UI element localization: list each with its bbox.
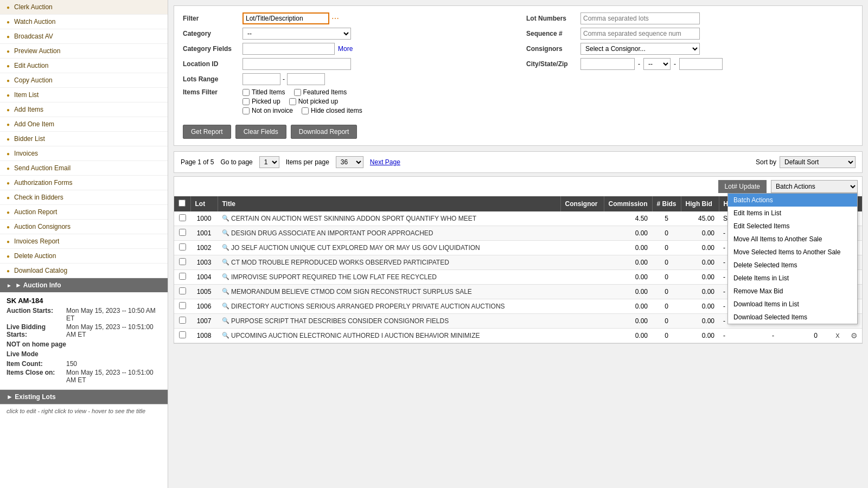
check-picked-up-item[interactable]: Picked up bbox=[242, 98, 280, 105]
check-hide-closed-item[interactable]: Hide closed items bbox=[302, 107, 362, 114]
bullet-icon: ● bbox=[7, 253, 10, 259]
category-fields-input[interactable] bbox=[242, 43, 335, 55]
dropdown-item-delete-items-in-list[interactable]: Delete Items in List bbox=[728, 272, 857, 285]
title-text: UPCOMING AUCTION ELECTRONIC AUTHORED I A… bbox=[231, 332, 480, 339]
search-icon[interactable]: 🔍 bbox=[222, 273, 229, 280]
sidebar-item-copy-auction[interactable]: ●Copy Auction bbox=[0, 73, 168, 88]
dropdown-item-remove-max-bid[interactable]: Remove Max Bid bbox=[728, 285, 857, 298]
check-featured-item[interactable]: Featured Items bbox=[294, 88, 347, 96]
check-not-picked-up-item[interactable]: Not picked up bbox=[289, 98, 338, 105]
search-icon[interactable]: 🔍 bbox=[222, 229, 229, 236]
bids-cell: 0 bbox=[652, 226, 681, 241]
sidebar-item-add-one-item[interactable]: ●Add One Item bbox=[0, 117, 168, 132]
city-input[interactable] bbox=[580, 58, 635, 70]
sequence-input[interactable] bbox=[580, 28, 700, 40]
sidebar-item-invoices-report[interactable]: ●Invoices Report bbox=[0, 234, 168, 249]
lot-number: 1006 bbox=[190, 299, 218, 314]
location-id-input[interactable] bbox=[242, 58, 351, 70]
dropdown-item-edit-selected-items[interactable]: Edit Selected Items bbox=[728, 220, 857, 233]
sort-by-select[interactable]: Default Sort bbox=[780, 156, 856, 168]
sidebar-section-auction-info[interactable]: ► ► Auction Info bbox=[0, 278, 168, 292]
title-text: CT MOD TROUBLE REPRODUCED WORKS OBSERVED… bbox=[231, 259, 449, 266]
row-checkbox[interactable] bbox=[179, 258, 186, 265]
next-page-link[interactable]: Next Page bbox=[370, 158, 400, 166]
sidebar-item-edit-auction[interactable]: ●Edit Auction bbox=[0, 59, 168, 73]
lot-number: 1007 bbox=[190, 314, 218, 329]
download-report-button[interactable]: Download Report bbox=[291, 125, 358, 139]
sidebar-item-watch-auction[interactable]: ●Watch Auction bbox=[0, 15, 168, 29]
row-checkbox[interactable] bbox=[179, 243, 186, 251]
clear-fields-button[interactable]: Clear Fields bbox=[235, 125, 286, 139]
sidebar-item-invoices[interactable]: ●Invoices bbox=[0, 146, 168, 161]
check-not-picked-up[interactable] bbox=[289, 98, 296, 105]
check-titled-item[interactable]: Titled Items bbox=[242, 88, 285, 96]
batch-actions-select[interactable]: Batch Actions bbox=[771, 180, 858, 193]
category-select[interactable]: -- bbox=[242, 28, 351, 40]
sidebar-item-label: Download Catalog bbox=[14, 267, 67, 274]
search-icon[interactable]: 🔍 bbox=[222, 332, 229, 339]
row-checkbox[interactable] bbox=[179, 229, 186, 236]
sidebar-item-delete-auction[interactable]: ●Delete Auction bbox=[0, 249, 168, 264]
lot-number: 1001 bbox=[190, 226, 218, 241]
search-icon[interactable]: 🔍 bbox=[222, 244, 229, 251]
select-all-checkbox[interactable] bbox=[178, 200, 186, 207]
dropdown-item-move-selected-items-to-another-sale[interactable]: Move Selected Items to Another Sale bbox=[728, 246, 857, 259]
search-icon[interactable]: 🔍 bbox=[222, 259, 229, 266]
lot-numbers-input[interactable] bbox=[580, 12, 700, 24]
check-not-on-invoice[interactable] bbox=[242, 107, 250, 114]
sidebar-item-broadcast-av[interactable]: ●Broadcast AV bbox=[0, 29, 168, 44]
sidebar-section-existing-lots[interactable]: ► Existing Lots bbox=[0, 390, 168, 404]
filter-input[interactable] bbox=[242, 12, 329, 24]
more-link[interactable]: More bbox=[338, 45, 353, 53]
check-not-on-invoice-item[interactable]: Not on invoice bbox=[242, 107, 293, 114]
dropdown-item-batch-actions[interactable]: Batch Actions bbox=[728, 194, 857, 207]
get-report-button[interactable]: Get Report bbox=[183, 125, 231, 139]
search-icon[interactable]: 🔍 bbox=[222, 215, 229, 222]
row-checkbox[interactable] bbox=[179, 273, 186, 280]
row-checkbox[interactable] bbox=[179, 317, 186, 324]
search-icon[interactable]: 🔍 bbox=[222, 288, 229, 295]
sidebar-item-send-auction-email[interactable]: ●Send Auction Email bbox=[0, 161, 168, 176]
check-titled[interactable] bbox=[242, 89, 250, 96]
consignors-select[interactable]: Select a Consignor... bbox=[580, 43, 700, 55]
search-icon[interactable]: 🔍 bbox=[222, 317, 229, 324]
sidebar-item-authorization-forms[interactable]: ●Authorization Forms bbox=[0, 176, 168, 190]
check-hide-closed[interactable] bbox=[302, 107, 309, 114]
check-featured[interactable] bbox=[294, 89, 301, 96]
sidebar-item-preview-auction[interactable]: ●Preview Auction bbox=[0, 44, 168, 59]
dropdown-item-download-items-in-list[interactable]: Download Items in List bbox=[728, 298, 857, 311]
sidebar-item-download-catalog[interactable]: ●Download Catalog bbox=[0, 264, 168, 278]
item-count-val: 150 bbox=[66, 360, 77, 368]
item-title: 🔍 PURPOSE SCRIPT THAT DESCRIBES CONSIDER… bbox=[218, 314, 560, 329]
lot-numbers-label: Lot Numbers bbox=[526, 15, 580, 22]
lot-update-button[interactable]: Lot# Update bbox=[718, 180, 767, 193]
gear-icon[interactable]: ⚙ bbox=[851, 331, 858, 340]
zip-input[interactable] bbox=[679, 58, 723, 70]
sidebar-item-add-items[interactable]: ●Add Items bbox=[0, 102, 168, 117]
sidebar-item-clerk-auction[interactable]: ●Clerk Auction bbox=[0, 0, 168, 15]
row-checkbox[interactable] bbox=[179, 287, 186, 294]
search-icon[interactable]: 🔍 bbox=[222, 303, 229, 310]
dropdown-item-download-selected-items[interactable]: Download Selected Items bbox=[728, 311, 857, 324]
filter-options-icon[interactable]: ⋯ bbox=[331, 14, 339, 23]
sidebar-item-auction-report[interactable]: ●Auction Report bbox=[0, 205, 168, 220]
sidebar-item-bidder-list[interactable]: ●Bidder List bbox=[0, 132, 168, 146]
dropdown-item-delete-selected-items[interactable]: Delete Selected Items bbox=[728, 259, 857, 272]
bids-cell: 0 bbox=[652, 241, 681, 255]
sidebar-item-item-list[interactable]: ●Item List bbox=[0, 88, 168, 102]
check-picked-up[interactable] bbox=[242, 98, 250, 105]
check-picked-up-label: Picked up bbox=[252, 98, 280, 105]
lots-range-to[interactable] bbox=[287, 73, 325, 85]
sidebar-item-auction-consignors[interactable]: ●Auction Consignors bbox=[0, 220, 168, 234]
page-info: Page 1 of 5 bbox=[181, 158, 214, 166]
row-checkbox[interactable] bbox=[179, 302, 186, 309]
dropdown-item-move-all-items-to-another-sale[interactable]: Move All Items to Another Sale bbox=[728, 233, 857, 246]
row-checkbox[interactable] bbox=[179, 331, 186, 338]
lots-range-from[interactable] bbox=[242, 73, 280, 85]
items-per-page-select[interactable]: 3650100 bbox=[336, 156, 363, 168]
dropdown-item-edit-items-in-list[interactable]: Edit Items in List bbox=[728, 207, 857, 220]
state-select[interactable]: -- bbox=[643, 58, 671, 70]
sidebar-item-check-in-bidders[interactable]: ●Check in Bidders bbox=[0, 190, 168, 205]
go-to-page-select[interactable]: 12345 bbox=[259, 156, 279, 168]
row-checkbox[interactable] bbox=[179, 214, 186, 221]
